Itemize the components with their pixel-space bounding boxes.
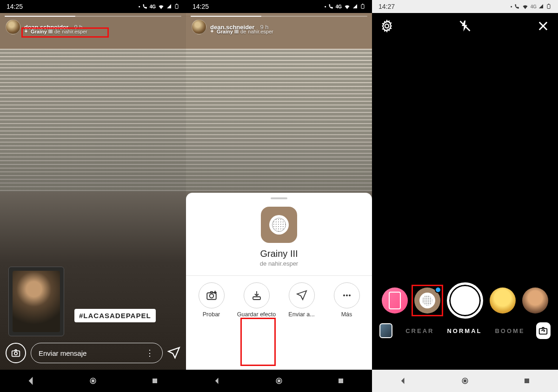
effect-by-prefix: de — [240, 29, 246, 34]
download-icon — [251, 290, 262, 301]
phone-screen-effect-sheet: 14:25 • 4G dean.schneider 9 h Grainy III… — [186, 0, 372, 392]
camera-icon — [11, 348, 21, 358]
phone-screen-camera: 14:27 • 4G CREAR — [372, 0, 558, 392]
hashtag-sticker[interactable]: #LACASADEPAPEL — [74, 309, 156, 322]
effect-author-name: nahir.esper — [268, 260, 298, 267]
avatar[interactable] — [6, 20, 20, 34]
camera-mode-row[interactable]: CREAR NORMAL BOOMERANG — [372, 322, 558, 339]
settings-icon[interactable] — [380, 20, 393, 33]
status-bar: 14:25 • 4G — [0, 0, 186, 13]
effect-author-line[interactable]: de nahir.esper — [260, 260, 298, 267]
sheet-grabber[interactable] — [271, 197, 287, 199]
call-icon — [514, 4, 520, 9]
back-icon[interactable] — [27, 376, 36, 385]
share-icon[interactable] — [167, 346, 180, 359]
svg-rect-16 — [547, 5, 550, 9]
call-icon — [328, 4, 334, 9]
sheet-actions: Probar Guardar efecto Enviar a... Más — [186, 276, 372, 325]
effect-author-text: nahir.esper — [248, 29, 273, 34]
more-button[interactable]: Más — [326, 282, 368, 318]
back-icon[interactable] — [399, 376, 408, 385]
svg-point-17 — [385, 24, 389, 28]
android-nav-bar — [186, 370, 372, 392]
back-icon[interactable] — [213, 376, 222, 385]
svg-point-10 — [343, 294, 345, 296]
avatar[interactable] — [192, 20, 206, 34]
svg-rect-24 — [525, 379, 529, 383]
camera-button[interactable] — [6, 343, 26, 363]
signal-icon — [352, 4, 358, 9]
effect-title: Grainy III — [260, 248, 298, 259]
svg-point-14 — [278, 380, 280, 382]
svg-rect-15 — [339, 379, 343, 383]
story-progress-bar — [191, 16, 367, 17]
status-time: 14:25 — [193, 3, 209, 10]
status-time: 14:27 — [379, 3, 395, 10]
svg-rect-9 — [253, 297, 260, 300]
network-label: 4G — [336, 4, 342, 9]
svg-point-8 — [209, 294, 213, 298]
story-bottom-bar: Enviar mensaje ⋮ — [6, 343, 180, 363]
mode-normal[interactable]: NORMAL — [447, 327, 482, 334]
effect-thumbnail[interactable] — [261, 207, 297, 243]
svg-rect-0 — [175, 5, 178, 9]
camera-viewfinder[interactable]: CREAR NORMAL BOOMERANG — [372, 13, 558, 370]
flash-off-icon[interactable] — [458, 20, 472, 33]
send-label: Enviar a... — [288, 311, 314, 318]
signal-icon — [166, 4, 172, 9]
save-label: Guardar efecto — [237, 311, 276, 318]
more-dots-icon — [341, 290, 352, 301]
effect-author-prefix: de — [260, 260, 266, 267]
svg-point-23 — [464, 380, 466, 382]
save-effect-button[interactable]: Guardar efecto — [236, 282, 278, 318]
phone-screen-story-view: 14:25 • 4G dean.schneider 9 h Grainy III… — [0, 0, 186, 392]
effect-name-text: Grainy III — [217, 29, 239, 34]
try-effect-button[interactable]: Probar — [191, 282, 232, 318]
home-icon[interactable] — [88, 376, 98, 385]
home-icon[interactable] — [460, 376, 470, 385]
effect-bottom-sheet: Grainy III de nahir.esper Probar Guardar… — [186, 193, 372, 370]
gallery-button[interactable] — [379, 323, 392, 338]
filter-item-grainy-wrapper — [414, 287, 440, 314]
battery-icon — [546, 4, 551, 9]
send-icon — [296, 290, 307, 301]
shutter-button[interactable] — [447, 282, 483, 319]
network-label: 4G — [150, 4, 156, 9]
svg-point-4 — [92, 380, 94, 382]
story-progress-bar — [5, 16, 181, 17]
status-icons: • 4G — [325, 3, 365, 10]
story-effect-label[interactable]: Grainy III de nahir.esper — [209, 29, 273, 34]
svg-rect-5 — [153, 379, 157, 383]
camera-sparkle-icon — [206, 289, 218, 301]
recent-icon[interactable] — [336, 376, 345, 385]
mode-boomerang[interactable]: BOOMERANG — [495, 327, 523, 334]
message-input[interactable]: Enviar mensaje ⋮ — [31, 343, 163, 363]
story-attached-thumbnail[interactable] — [8, 267, 64, 336]
switch-camera-button[interactable] — [536, 322, 551, 339]
status-bar: 14:25 • 4G — [186, 0, 372, 13]
battery-icon — [360, 4, 365, 9]
more-dots-icon[interactable]: ⋮ — [146, 348, 155, 358]
filter-carousel[interactable] — [372, 282, 558, 319]
status-bar: 14:27 • 4G — [372, 0, 558, 13]
annotation-highlight-box — [412, 285, 443, 316]
battery-icon — [174, 4, 179, 9]
filter-item-face[interactable] — [522, 287, 548, 314]
status-icons: • 4G — [511, 3, 551, 10]
svg-point-2 — [14, 352, 17, 355]
android-nav-bar — [372, 370, 558, 392]
svg-rect-21 — [539, 328, 547, 334]
recent-icon[interactable] — [522, 376, 531, 385]
mode-create[interactable]: CREAR — [405, 327, 434, 334]
call-icon — [142, 4, 148, 9]
close-icon[interactable] — [537, 20, 550, 33]
send-to-button[interactable]: Enviar a... — [281, 282, 323, 318]
svg-rect-6 — [361, 5, 364, 9]
home-icon[interactable] — [274, 376, 284, 385]
annotation-highlight-box — [240, 318, 276, 366]
filter-item-pink[interactable] — [382, 287, 408, 314]
recent-icon[interactable] — [150, 376, 159, 385]
sparkle-icon — [209, 29, 215, 34]
filter-item-face-yellow[interactable] — [490, 287, 516, 314]
annotation-highlight-box — [21, 27, 109, 38]
